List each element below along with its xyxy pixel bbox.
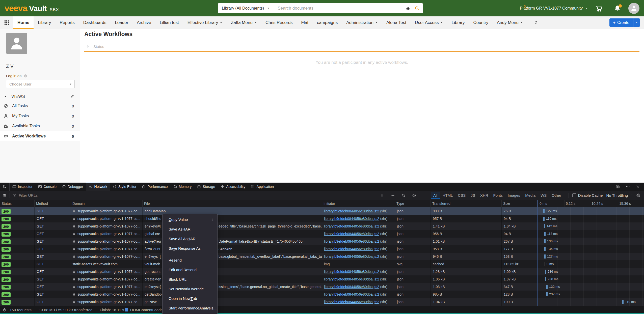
request-type-filter[interactable]: HTML [440,192,455,199]
waterfall-header[interactable]: 0 ms 5.12 s 10.24 s 15.36 s [538,200,644,207]
nav-tab[interactable]: Flat [297,16,313,29]
network-request-row[interactable]: 200 GET supportvaults-platform-gr-vv1-10… [0,238,644,245]
nav-tab[interactable]: Zaffa Menu [227,16,261,29]
initiator-link[interactable]: library.b9efdeb0844056e80dba.js:2 [324,277,379,281]
network-settings-gear-icon[interactable] [636,193,640,197]
new-request-plus-icon[interactable] [391,193,395,197]
network-request-row[interactable]: 200 GET supportvaults-platform-gr-vv1-10… [0,230,644,238]
pause-traffic-icon[interactable] [380,193,384,197]
initiator-link[interactable]: library.b9efdeb0844056e80dba.js:2 [324,292,379,296]
column-header[interactable]: Domain [71,200,143,207]
clear-requests-trash-icon[interactable] [3,193,7,197]
column-header[interactable]: Status [0,200,35,207]
network-request-row[interactable]: 200 GET supportvaults-platform-gr-vv1-10… [0,253,644,260]
request-type-filter[interactable]: JS [468,192,477,199]
network-request-row[interactable]: 200 GET supportvaults-platform-gr-vv1-10… [0,222,644,230]
edit-views-pencil-icon[interactable] [70,94,74,99]
context-menu-item[interactable]: Open in New Tab [163,294,217,303]
request-type-filter[interactable]: Other [549,192,564,199]
column-header[interactable]: Transferred [431,200,502,207]
responsive-design-icon[interactable] [616,185,620,189]
context-menu-item[interactable]: Block URL [163,274,217,284]
devtools-tab[interactable]: Debugger [59,183,86,191]
column-header[interactable]: Method [35,200,71,207]
request-type-filter[interactable]: Fonts [491,192,505,199]
sidebar-view-item[interactable]: All Tasks 0 [0,101,80,111]
devtools-tab[interactable]: Style Editor [110,183,139,191]
create-dropdown-caret[interactable] [633,18,640,27]
column-header[interactable]: File [143,200,322,207]
nav-tab[interactable]: Andy Menu [493,16,527,29]
network-request-row[interactable]: 200 GET supportvaults-platform-gr-vv1-10… [0,275,644,283]
nav-tab[interactable]: Lillian test [155,16,183,29]
checkbox[interactable] [572,193,576,197]
network-request-row[interactable]: 200 GET supportvaults-platform-gr-vv1-10… [0,298,644,306]
initiator-link[interactable]: library.b9efdeb0844056e80dba.js:2 [324,239,379,243]
request-type-filter[interactable]: Images [505,192,522,199]
network-request-row[interactable]: 200 GET supportvaults-platform-gr-vv1-10… [0,283,644,291]
request-count[interactable]: 150 requests [10,308,32,312]
all-tabs-grid-icon[interactable] [0,16,13,29]
context-menu-item[interactable]: Start Performance Analysis... [163,303,217,313]
disable-cache-checkbox[interactable]: Disable Cache [572,193,603,197]
column-header[interactable]: Type [395,200,431,207]
network-request-row[interactable]: 200 GET supportvaults-platform-gr-vv1-10… [0,215,644,222]
request-type-filter[interactable]: All [431,192,440,199]
search-requests-icon[interactable] [401,193,406,197]
search-icon[interactable] [415,6,419,11]
sidebar-view-item[interactable]: My Tasks 0 [0,111,80,121]
context-menu-item[interactable]: Save All As HAR [163,234,217,243]
initiator-link[interactable]: library.b9efdeb0844056e80dba.js:2 [324,224,379,228]
collapse-caret-icon[interactable] [4,95,7,98]
initiator-link[interactable]: library.b9efdeb0844056e80dba.js:2 [324,247,379,251]
nav-tab[interactable]: Alena Test [382,16,411,29]
nav-tab[interactable]: Country [469,16,493,29]
initiator-link[interactable]: library.b9efdeb0844056e80dba.js:2 [324,209,379,213]
devtools-tab[interactable]: Network [86,183,110,191]
devtools-tab[interactable]: Performance [139,183,170,191]
context-menu-item[interactable]: Resend [163,255,217,265]
devtools-tab[interactable]: Application [248,183,277,191]
initiator-link[interactable]: library.b9efdeb0844056e80dba.js:2 [324,300,379,304]
nav-tab[interactable]: Administration [342,16,382,29]
vault-logo[interactable]: veeva Vault SBX [5,3,59,13]
request-type-filter[interactable]: Media [523,192,538,199]
search-scope-dropdown[interactable]: Library (All Documents) [218,3,274,13]
context-menu-item[interactable]: Edit and Resend [163,265,217,274]
network-request-row[interactable]: 200 GET supportvaults-platform-gr-vv1-10… [0,268,644,275]
nav-tab[interactable]: Library [447,16,469,29]
context-menu-item[interactable]: Save Response As [163,243,217,253]
notifications-button[interactable] [614,5,621,12]
context-menu-item[interactable]: Set Network Override [163,284,217,294]
request-type-filter[interactable]: XHR [478,192,491,199]
filter-urls-input[interactable] [19,193,246,197]
nav-tab[interactable]: Reports [55,16,79,29]
block-requests-icon[interactable] [412,193,416,197]
advanced-search-icon[interactable] [406,6,411,11]
initiator-link[interactable]: library.b9efdeb0844056e80dba.js:2 [324,232,379,236]
search-input[interactable] [274,6,406,11]
nav-overflow-chevrons-icon[interactable] [534,16,538,29]
devtools-tab[interactable]: Accessibility [218,183,248,191]
sidebar-view-item[interactable]: Active Workflows 0 [0,131,80,141]
network-request-row[interactable]: 200 GET supportvaults-platform-gr-vv1-10… [0,291,644,298]
nav-tab[interactable]: campaigns [313,16,342,29]
network-request-row[interactable]: 200 GET supportvaults-platform-gr-vv1-10… [0,207,644,215]
nav-tab[interactable]: Dashboards [79,16,111,29]
request-type-filter[interactable]: WS [538,192,549,199]
initiator-link[interactable]: library.b9efdeb0844056e80dba.js:2 [324,217,379,221]
context-menu-item[interactable]: Save As HAR [163,224,217,234]
close-devtools-icon[interactable] [636,185,640,189]
nav-tab[interactable]: Effective Library [183,16,227,29]
nav-tab[interactable]: Archive [132,16,155,29]
choose-user-select[interactable]: Choose User [6,80,75,88]
nav-tab[interactable]: User Access [411,16,447,29]
column-header[interactable]: Size [502,200,538,207]
nav-tab[interactable]: Home [13,16,34,29]
initiator-link[interactable]: library.b9efdeb0844056e80dba.js:2 [324,254,379,259]
sort-header[interactable]: Status [86,44,104,49]
pick-element-icon[interactable] [0,183,10,191]
initiator-link[interactable]: library.b9efdeb0844056e80dba.js:2 [324,285,379,289]
user-avatar[interactable] [628,3,639,14]
devtools-tab[interactable]: Memory [171,183,195,191]
